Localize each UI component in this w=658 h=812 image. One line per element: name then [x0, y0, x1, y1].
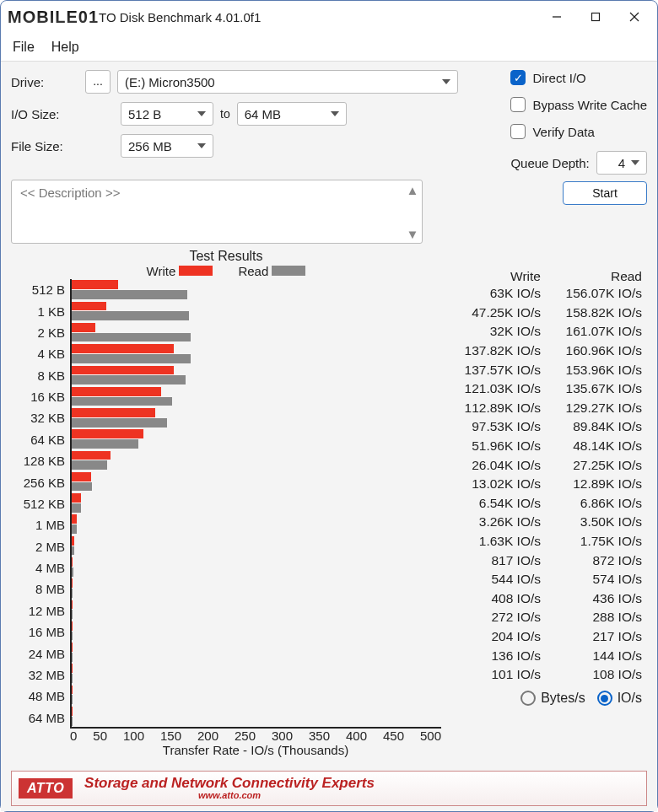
- banner-text: Storage and Network Connectivity Experts…: [84, 776, 375, 800]
- read-bar: [72, 333, 191, 342]
- close-button[interactable]: [615, 3, 654, 30]
- table-row: 63K IO/s156.07K IO/s: [445, 284, 647, 304]
- menu-file[interactable]: File: [13, 40, 35, 55]
- results-table-header: Write Read: [445, 269, 647, 284]
- table-row: 544 IO/s574 IO/s: [445, 570, 647, 589]
- write-bar: [72, 408, 155, 417]
- app-window: MOBILE01 TO Disk Benchmark 4.01.0f1 File…: [0, 0, 658, 812]
- window-title: TO Disk Benchmark 4.01.0f1: [99, 10, 261, 24]
- bar-row: [72, 322, 441, 343]
- bar-row: [72, 578, 441, 599]
- io-size-label: I/O Size:: [11, 107, 78, 121]
- bar-row: [72, 471, 441, 492]
- spin-up-icon[interactable]: ▲: [405, 184, 420, 196]
- description-textarea[interactable]: << Description >> ▲ ▼: [11, 180, 423, 244]
- x-tick-label: 350: [309, 729, 330, 743]
- bar-row: [72, 279, 441, 300]
- table-row: 26.04K IO/s27.25K IO/s: [445, 455, 647, 475]
- write-bar: [72, 557, 73, 567]
- table-row: 136 IO/s144 IO/s: [445, 646, 647, 665]
- maximize-button[interactable]: [576, 3, 615, 30]
- write-bar: [72, 387, 161, 396]
- x-tick-label: 200: [197, 729, 218, 743]
- menu-help[interactable]: Help: [51, 40, 79, 55]
- bar-row: [72, 492, 441, 514]
- table-row: 6.54K IO/s6.86K IO/s: [445, 494, 647, 514]
- bar-row: [72, 514, 441, 535]
- watermark-overlay: MOBILE01: [8, 8, 99, 27]
- start-button[interactable]: Start: [563, 181, 647, 205]
- queue-depth-label: Queue Depth:: [510, 156, 589, 170]
- minimize-button[interactable]: [537, 3, 576, 30]
- y-tick-label: 24 MB: [11, 643, 65, 664]
- content-area: Drive: ... (E:) Micron3500 I/O Size: 512…: [1, 62, 657, 811]
- bypass-write-cache-checkbox[interactable]: Bypass Write Cache: [510, 97, 647, 112]
- y-tick-label: 32 MB: [11, 664, 65, 686]
- table-row: 204 IO/s217 IO/s: [445, 627, 647, 647]
- table-row: 272 IO/s288 IO/s: [445, 608, 647, 627]
- unit-bytes-radio[interactable]: Bytes/s: [520, 691, 585, 706]
- bar-row: [72, 300, 441, 321]
- table-row: 112.89K IO/s129.27K IO/s: [445, 399, 647, 418]
- write-swatch-icon: [179, 266, 213, 276]
- table-row: 137.82K IO/s160.96K IO/s: [445, 341, 647, 361]
- read-bar: [72, 290, 187, 299]
- browse-drive-button[interactable]: ...: [85, 70, 111, 94]
- y-tick-label: 512 KB: [11, 493, 65, 514]
- unit-ios-radio[interactable]: IO/s: [597, 691, 642, 706]
- y-tick-label: 1 KB: [11, 300, 65, 321]
- x-tick-label: 150: [160, 729, 181, 743]
- table-row: 51.96K IO/s48.14K IO/s: [445, 437, 647, 456]
- file-size-label: File Size:: [11, 139, 78, 153]
- io-size-min-select[interactable]: 512 B: [121, 102, 213, 126]
- x-tick-label: 400: [346, 729, 367, 743]
- bar-row: [72, 364, 441, 385]
- read-bar: [72, 567, 73, 577]
- read-bar: [72, 482, 92, 492]
- bar-row: [72, 343, 441, 364]
- read-swatch-icon: [272, 266, 305, 276]
- bar-row: [72, 642, 441, 663]
- menubar: File Help: [1, 33, 657, 62]
- table-row: 817 IO/s872 IO/s: [445, 551, 647, 570]
- chevron-down-icon: [197, 111, 206, 116]
- y-tick-label: 48 MB: [11, 686, 65, 707]
- y-tick-label: 12 MB: [11, 600, 65, 621]
- io-size-max-select[interactable]: 64 MB: [237, 102, 347, 126]
- bar-row: [72, 535, 441, 556]
- results-panel: Test Results Write Read 512 B1 KB2 KB4 K…: [11, 249, 647, 762]
- bar-row: [72, 706, 441, 727]
- drive-select[interactable]: (E:) Micron3500: [117, 70, 458, 94]
- table-row: 121.03K IO/s135.67K IO/s: [445, 379, 647, 399]
- spin-down-icon[interactable]: ▼: [405, 228, 420, 239]
- chart-y-axis: 512 B1 KB2 KB4 KB8 KB16 KB32 KB64 KB128 …: [11, 279, 70, 729]
- y-tick-label: 16 MB: [11, 621, 65, 643]
- results-table-body: 63K IO/s156.07K IO/s47.25K IO/s158.82K I…: [445, 284, 647, 684]
- checkbox-icon: [510, 124, 526, 139]
- write-bar: [72, 366, 174, 375]
- x-tick-label: 100: [123, 729, 144, 743]
- y-tick-label: 64 KB: [11, 429, 65, 450]
- x-tick-label: 450: [383, 729, 404, 743]
- bar-row: [72, 557, 441, 578]
- chart-plot: [70, 279, 441, 729]
- radio-icon: [520, 691, 536, 706]
- write-bar: [72, 514, 77, 524]
- titlebar: MOBILE01 TO Disk Benchmark 4.01.0f1: [1, 1, 657, 33]
- y-tick-label: 2 MB: [11, 536, 65, 557]
- file-size-select[interactable]: 256 MB: [121, 134, 213, 158]
- direct-io-checkbox[interactable]: ✓ Direct I/O: [510, 70, 647, 85]
- verify-data-checkbox[interactable]: Verify Data: [510, 124, 647, 139]
- queue-depth-select[interactable]: 4: [596, 151, 647, 175]
- y-tick-label: 16 KB: [11, 386, 65, 407]
- read-bar: [72, 375, 186, 384]
- x-tick-label: 250: [235, 729, 256, 743]
- results-title: Test Results: [11, 249, 441, 264]
- read-bar: [72, 589, 73, 598]
- checkbox-checked-icon: ✓: [510, 70, 526, 85]
- atto-banner[interactable]: ATTO Storage and Network Connectivity Ex…: [11, 771, 647, 806]
- chart-x-axis: 050100150200250300350400450500 Transfer …: [70, 729, 441, 762]
- y-tick-label: 1 MB: [11, 514, 65, 535]
- write-bar: [72, 323, 95, 332]
- y-tick-label: 512 B: [11, 279, 65, 300]
